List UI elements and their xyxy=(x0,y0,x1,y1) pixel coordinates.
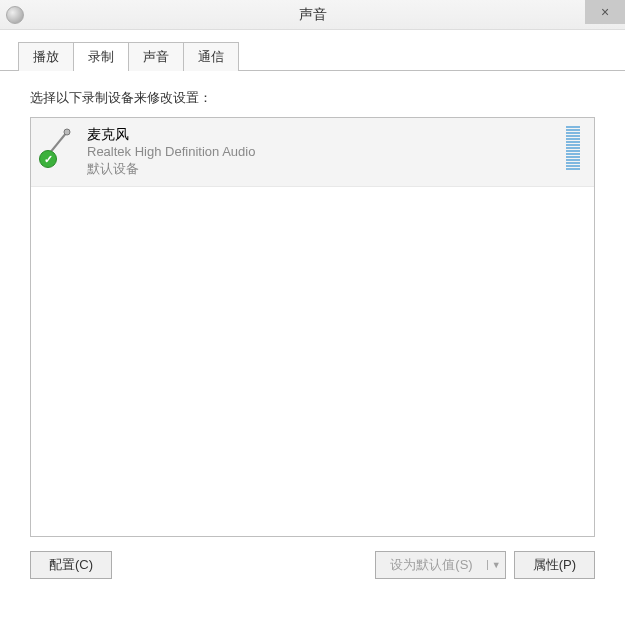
device-text: 麦克风 Realtek High Definition Audio 默认设备 xyxy=(87,126,558,178)
device-status: 默认设备 xyxy=(87,161,558,178)
microphone-icon: ✓ xyxy=(41,126,77,166)
instruction-label: 选择以下录制设备来修改设置： xyxy=(30,89,595,107)
device-item-microphone[interactable]: ✓ 麦克风 Realtek High Definition Audio 默认设备 xyxy=(31,118,594,187)
properties-button[interactable]: 属性(P) xyxy=(514,551,595,579)
tab-communications[interactable]: 通信 xyxy=(183,42,239,71)
svg-point-1 xyxy=(64,129,70,135)
tab-bar: 播放 录制 声音 通信 xyxy=(18,42,625,71)
set-default-label: 设为默认值(S) xyxy=(376,552,486,578)
tab-recording[interactable]: 录制 xyxy=(73,42,129,71)
default-check-icon: ✓ xyxy=(39,150,57,168)
device-list[interactable]: ✓ 麦克风 Realtek High Definition Audio 默认设备 xyxy=(30,117,595,537)
configure-button[interactable]: 配置(C) xyxy=(30,551,112,579)
close-button[interactable]: × xyxy=(585,0,625,24)
device-driver: Realtek High Definition Audio xyxy=(87,144,558,161)
set-default-button[interactable]: 设为默认值(S) ▼ xyxy=(375,551,505,579)
tab-sounds[interactable]: 声音 xyxy=(128,42,184,71)
tab-content: 选择以下录制设备来修改设置： ✓ 麦克风 Realtek High Defini… xyxy=(0,71,625,579)
tab-playback[interactable]: 播放 xyxy=(18,42,74,71)
chevron-down-icon[interactable]: ▼ xyxy=(487,560,505,570)
titlebar: 声音 × xyxy=(0,0,625,30)
system-icon xyxy=(6,6,24,24)
button-row: 配置(C) 设为默认值(S) ▼ 属性(P) xyxy=(30,551,595,579)
device-name: 麦克风 xyxy=(87,126,558,144)
level-meter xyxy=(566,126,580,170)
window-title: 声音 xyxy=(0,6,625,24)
